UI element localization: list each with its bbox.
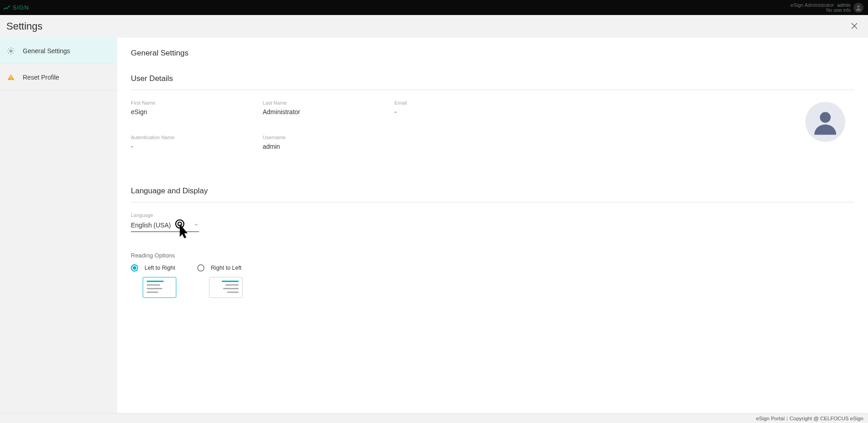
app-logo-text: SIGN [13, 4, 29, 11]
top-bar: SIGN eSign Administrator admin No user i… [0, 0, 868, 15]
app-logo: SIGN [3, 4, 29, 12]
user-avatar-icon [805, 102, 845, 142]
preview-ltr-icon [143, 277, 176, 298]
footer-copyright: Copyright @ CELFOCUS eSign [789, 416, 863, 421]
radio-label: Right to Left [211, 265, 241, 271]
account-role: eSign Administrator [791, 2, 834, 8]
radio-label: Left to Right [145, 265, 175, 271]
sidebar-item-reset-profile[interactable]: Reset Profile [0, 64, 117, 91]
svg-point-3 [10, 50, 12, 52]
field-email: Email - [394, 100, 526, 116]
content-area: General Settings User Details First Name… [117, 38, 868, 413]
page-category-title: Settings [6, 20, 43, 32]
account-subinfo: No user info [826, 8, 851, 13]
account-avatar-icon[interactable] [853, 3, 863, 13]
divider [131, 202, 854, 202]
footer-divider: | [786, 416, 788, 421]
radio-ltr[interactable] [131, 264, 138, 272]
field-value: eSign [131, 108, 263, 116]
language-select[interactable]: English (USA) [131, 220, 199, 232]
settings-sidebar: General Settings Reset Profile [0, 38, 117, 413]
close-button[interactable] [848, 20, 861, 33]
field-label: Autentication Name [131, 135, 263, 140]
footer: eSign Portal | Copyright @ CELFOCUS eSig… [0, 413, 868, 423]
language-value: English (USA) [131, 222, 171, 229]
sidebar-item-general-settings[interactable]: General Settings [0, 38, 117, 64]
field-username: Username admin [263, 135, 394, 150]
reading-option-ltr[interactable]: Left to Right [131, 264, 176, 298]
field-value: admin [263, 143, 394, 150]
svg-rect-5 [10, 79, 11, 80]
reading-options-label: Reading Options [131, 252, 854, 259]
svg-rect-4 [10, 76, 11, 78]
language-label: Language [131, 212, 199, 218]
divider [131, 90, 854, 90]
field-auth-name: Autentication Name - [131, 135, 263, 150]
account-info: eSign Administrator admin No user info [791, 2, 851, 13]
field-last-name: Last Name Administrator [263, 100, 394, 116]
svg-point-6 [820, 112, 831, 123]
reading-option-rtl[interactable]: Right to Left [197, 264, 243, 298]
chevron-down-icon [194, 222, 199, 229]
warning-icon [6, 73, 15, 82]
field-label: First Name [131, 100, 263, 106]
close-icon [850, 22, 858, 31]
account-user: admin [837, 2, 851, 8]
page-title: General Settings [131, 49, 854, 58]
title-bar: Settings [0, 15, 868, 38]
preview-rtl-icon [209, 277, 243, 298]
field-label: Last Name [263, 100, 394, 106]
footer-product: eSign Portal [756, 416, 785, 421]
svg-point-0 [857, 5, 859, 7]
field-value: Administrator [263, 108, 394, 116]
gear-icon [6, 46, 15, 55]
field-value: - [131, 143, 263, 150]
field-first-name: First Name eSign [131, 100, 263, 116]
section-title-language: Language and Display [131, 186, 854, 196]
field-label: Username [263, 135, 394, 140]
sidebar-item-label: General Settings [23, 47, 70, 55]
field-label: Email [394, 100, 526, 106]
sidebar-item-label: Reset Profile [23, 74, 59, 81]
radio-rtl[interactable] [197, 264, 205, 272]
field-value: - [394, 108, 526, 116]
section-title-user-details: User Details [131, 74, 854, 83]
